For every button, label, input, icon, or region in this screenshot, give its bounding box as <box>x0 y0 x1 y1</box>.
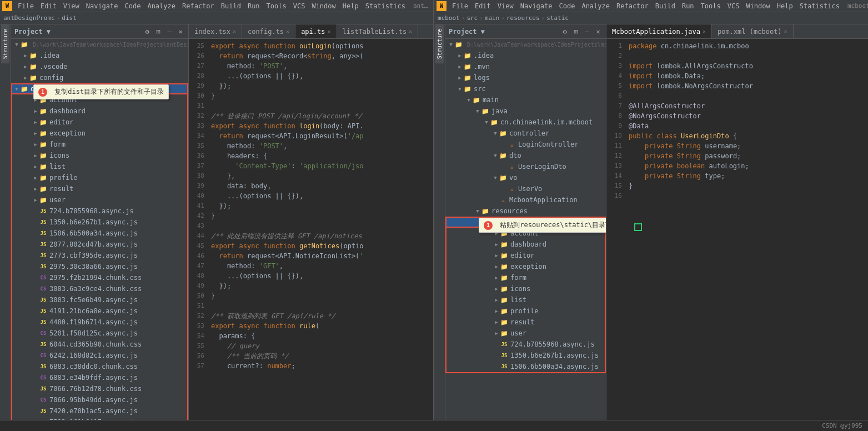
tree-item-f1[interactable]: ▶ JS 724.b7855968.async.js <box>12 206 187 217</box>
tree-item-f9[interactable]: ▶ JS 3003.fc5e6b49.async.js <box>12 294 187 305</box>
right-tree-idea[interactable]: ▶ 📁 .idea <box>445 50 606 61</box>
tab-index[interactable]: index.tsx ✕ <box>189 24 242 38</box>
right-tab-pom[interactable]: pom.xml (mcboot) ✕ <box>712 24 794 38</box>
right-tree-controller[interactable]: ▼ 📁 controller <box>445 128 606 139</box>
left-menu-navigate[interactable]: Navigate <box>83 0 122 12</box>
right-tree-main[interactable]: ▼ 📁 main <box>445 94 606 106</box>
tree-item-f3[interactable]: ▶ JS 1506.6b500a34.async.js <box>12 228 187 239</box>
right-bc-2[interactable]: src <box>466 14 478 22</box>
right-close-icon[interactable]: ✕ <box>594 27 603 36</box>
left-menu-help[interactable]: Help <box>339 0 362 12</box>
tree-item-f19[interactable]: ▶ JS 7420.e70b1ac5.async.js <box>12 405 187 417</box>
left-menu-file[interactable]: File <box>14 0 37 12</box>
right-bc-4[interactable]: resources <box>506 14 540 22</box>
right-minimize-icon[interactable]: — <box>583 27 591 36</box>
right-tab-pom-close[interactable]: ✕ <box>784 28 787 34</box>
tree-item-f6[interactable]: ▶ JS 2975.30c38a66.async.js <box>12 261 187 272</box>
tree-item-f13[interactable]: ▶ JS 6044.cd365b90.chunk.css <box>12 339 187 350</box>
right-tree-resources[interactable]: ▼ 📁 resources <box>445 206 606 217</box>
right-bc-1[interactable]: mcboot <box>438 14 460 22</box>
tree-item-f8[interactable]: ▶ CS 3003.6a3c9ce4.chunk.css <box>12 283 187 294</box>
right-code-area[interactable]: 1 package cn.chinaelink.im.mcboo 2 3 imp… <box>606 39 868 420</box>
right-tree-userlogindto[interactable]: ▶ ☕ UserLoginDto <box>445 161 606 172</box>
tree-item-f2[interactable]: ▶ JS 1350.b6e267b1.async.js <box>12 217 187 228</box>
left-menu-tools[interactable]: Tools <box>263 0 290 12</box>
right-expand-icon[interactable]: ⊞ <box>571 27 580 36</box>
right-tab-mcboot[interactable]: McbootApplication.java ✕ <box>606 24 712 38</box>
left-menu-analyze[interactable]: Analyze <box>144 0 179 12</box>
right-menu-file[interactable]: File <box>449 0 471 12</box>
right-menu-vcs[interactable]: VCS <box>724 0 743 12</box>
tree-item-icons[interactable]: ▶ 📁 icons <box>12 150 187 161</box>
right-tree-src[interactable]: ▼ 📁 src <box>445 83 606 94</box>
right-menu-window[interactable]: Window <box>742 0 773 12</box>
right-menu-edit[interactable]: Edit <box>471 0 494 12</box>
tree-item-f14[interactable]: ▶ CS 6242.168d82c1.async.js <box>12 350 187 361</box>
tree-item-idea[interactable]: ▶ 📁 .idea <box>11 50 188 61</box>
tree-item-f10[interactable]: ▶ JS 4191.21bc6a8e.async.js <box>12 305 187 317</box>
tab-api[interactable]: api.ts ✕ <box>295 24 337 38</box>
tree-item-f7[interactable]: ▶ CS 2975.f2b21994.chunk.css <box>12 272 187 283</box>
right-tab-mcboot-close[interactable]: ✕ <box>703 28 706 34</box>
right-tree-list[interactable]: ▶ 📁 list <box>446 294 605 305</box>
right-tree-logincontroller[interactable]: ▶ ☕ LoginController <box>445 139 606 150</box>
right-menu-navigate[interactable]: Navigate <box>517 0 556 12</box>
tree-item-f20[interactable]: ▶ JS 7532.161b6f17.async.js <box>12 417 187 420</box>
tab-list-close[interactable]: ✕ <box>409 28 412 34</box>
right-tree-form[interactable]: ▶ 📁 form <box>446 272 605 283</box>
right-tree-user[interactable]: ▶ 📁 user <box>446 328 605 339</box>
tree-item-f16[interactable]: ▶ CS 6883.e34b9fdf.async.js <box>12 372 187 383</box>
tree-item-f11[interactable]: ▶ JS 4480.f19b6714.async.js <box>12 317 187 328</box>
right-tree-exception[interactable]: ▶ 📁 exception <box>446 261 605 272</box>
right-menu-view[interactable]: View <box>494 0 517 12</box>
left-menu-run[interactable]: Run <box>244 0 263 12</box>
tab-list[interactable]: listTableList.ts ✕ <box>337 24 419 38</box>
breadcrumb-item-2[interactable]: dist <box>62 14 77 22</box>
tree-item-f5[interactable]: ▶ JS 2773.cbf395de.async.js <box>12 250 187 261</box>
tree-item-result[interactable]: ▶ 📁 result <box>12 183 187 194</box>
right-tree-js3[interactable]: ▶ JS 1506.6b500a34.async.js <box>446 361 605 372</box>
tree-item-form[interactable]: ▶ 📁 form <box>12 139 187 150</box>
right-tree-pkg[interactable]: ▼ 📁 cn.chinaelink.im.mcboot <box>445 117 606 128</box>
right-tree-root[interactable]: ▼ 📁 mcboot D:\work\JavaTeam\workspace\Id… <box>445 39 606 50</box>
tree-item-f18[interactable]: ▶ CS 7066.95bb49dd.async.js <box>12 394 187 405</box>
tree-root[interactable]: ▼ 📁 antDesignPromc D:\work\JavaTeam\work… <box>11 39 188 50</box>
left-menu-refactor[interactable]: Refactor <box>179 0 218 12</box>
breadcrumb-item-1[interactable]: antDesignPromc <box>3 14 55 22</box>
left-menu-code[interactable]: Code <box>122 0 144 12</box>
tab-config-close[interactable]: ✕ <box>286 28 289 34</box>
tree-item-user[interactable]: ▶ 📁 user <box>12 194 187 206</box>
tab-api-close[interactable]: ✕ <box>327 28 330 34</box>
right-tree-profile[interactable]: ▶ 📁 profile <box>446 305 605 317</box>
right-tree-js2[interactable]: ▶ JS 1350.b6e267b1.async.js <box>446 350 605 361</box>
right-structure-tab[interactable]: Structure <box>435 24 444 63</box>
tree-item-exception[interactable]: ▶ 📁 exception <box>12 128 187 139</box>
right-tree-mvn[interactable]: ▶ 📁 .mvn <box>445 61 606 72</box>
tree-item-f12[interactable]: ▶ CS 5201.f58d125c.async.js <box>12 328 187 339</box>
left-code-area[interactable]: 25 export async function outLogin(option… <box>189 39 433 420</box>
expand-icon[interactable]: ⊞ <box>154 27 163 36</box>
tree-item-profile[interactable]: ▶ 📁 profile <box>12 172 187 183</box>
right-menu-refactor[interactable]: Refactor <box>613 0 652 12</box>
right-tree-mcboot-app[interactable]: ▶ ☕ McbootApplication <box>445 194 606 206</box>
right-menu-run[interactable]: Run <box>679 0 698 12</box>
right-tree-result[interactable]: ▶ 📁 result <box>446 317 605 328</box>
right-menu-build[interactable]: Build <box>652 0 679 12</box>
right-tree-dto[interactable]: ▼ 📁 dto <box>445 150 606 161</box>
right-menu-analyze[interactable]: Analyze <box>578 0 613 12</box>
right-tree-vo[interactable]: ▼ 📁 vo <box>445 172 606 183</box>
right-menu-help[interactable]: Help <box>774 0 796 12</box>
right-bc-3[interactable]: main <box>485 14 500 22</box>
structure-tab-item[interactable]: Structure <box>1 24 9 63</box>
right-tree-logs[interactable]: ▶ 📁 logs <box>445 72 606 83</box>
left-menu-statistics[interactable]: Statistics <box>362 0 409 12</box>
right-tree-java[interactable]: ▼ 📁 java <box>445 106 606 117</box>
right-menu-tools[interactable]: Tools <box>698 0 724 12</box>
tree-item-config[interactable]: ▶ 📁 config <box>11 72 188 83</box>
right-menu-statistics[interactable]: Statistics <box>796 0 843 12</box>
right-tree-js1[interactable]: ▶ JS 724.b7855968.async.js <box>446 339 605 350</box>
right-tree-uservo[interactable]: ▶ ☕ UserVo <box>445 183 606 194</box>
right-settings-icon[interactable]: ⚙ <box>560 27 569 36</box>
tree-item-f17[interactable]: ▶ JS 7066.76b12d78.chunk.css <box>12 383 187 394</box>
right-bc-5[interactable]: static <box>546 14 569 22</box>
